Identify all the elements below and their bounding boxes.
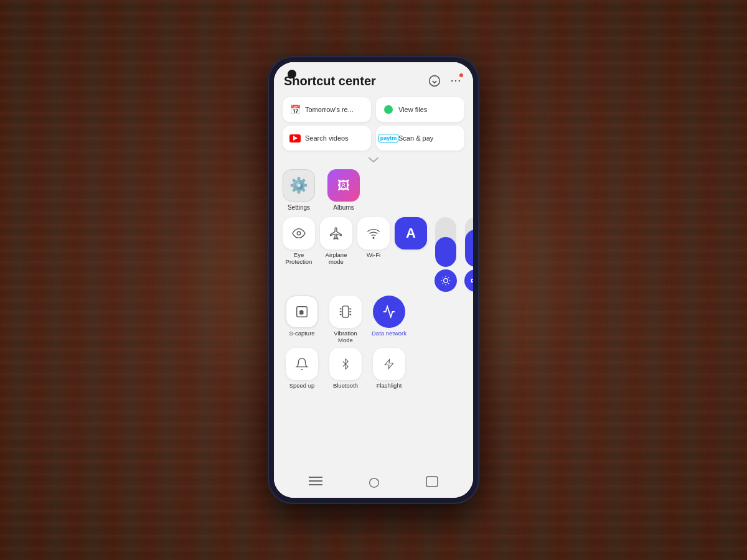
volume-slider-fill (465, 230, 473, 267)
viewfiles-icon (382, 103, 395, 116)
page-title: Shortcut center (284, 74, 376, 88)
scapture-label: S-capture (289, 330, 314, 337)
brightness-slider-fill (435, 237, 456, 267)
svg-line-13 (443, 283, 443, 284)
svg-point-5 (373, 237, 374, 238)
header-icons (427, 73, 463, 88)
shortcut-viewfiles[interactable]: View files (376, 97, 464, 122)
brightness-icon-btn[interactable] (435, 269, 457, 292)
svg-text:S: S (299, 309, 303, 315)
svg-point-1 (451, 80, 453, 82)
shortcut-searchvideos[interactable]: Search videos (283, 126, 371, 151)
speedup-btn[interactable] (286, 348, 318, 380)
brightness-slider[interactable] (435, 217, 456, 267)
scapture-btn[interactable]: S (286, 296, 318, 328)
toggle-speedup[interactable]: Speed up (283, 348, 321, 389)
punch-hole-camera (288, 70, 296, 78)
toggle-wifi[interactable]: Wi-Fi (357, 217, 390, 258)
svg-point-0 (430, 76, 440, 86)
menu-nav-icon[interactable] (309, 476, 322, 492)
notification-dot (459, 73, 463, 77)
phone-screen: Shortcut center (274, 62, 473, 498)
shortcut-scanpay[interactable]: paytm Scan & pay (376, 126, 464, 151)
svg-rect-18 (342, 306, 348, 317)
speedup-label: Speed up (289, 382, 315, 389)
shortcut-scanpay-label: Scan & pay (398, 134, 433, 142)
eye-protection-btn[interactable] (283, 217, 315, 250)
toggle-airplane[interactable]: Airplanemode (320, 217, 352, 266)
flashlight-btn[interactable] (373, 348, 405, 380)
back-nav-icon[interactable] (426, 476, 438, 492)
phone-container: Shortcut center (268, 56, 479, 504)
svg-point-4 (297, 231, 301, 235)
collapse-icon[interactable] (427, 73, 442, 88)
youtube-icon (289, 132, 301, 144)
shortcut-searchvideos-label: Search videos (305, 134, 349, 142)
datanetwork-btn[interactable] (373, 296, 405, 328)
header: Shortcut center (274, 62, 473, 93)
home-nav-icon[interactable] (367, 476, 381, 492)
toggle-eye-protection[interactable]: EyeProtection (283, 217, 315, 266)
svg-line-14 (448, 278, 449, 278)
toggle-account[interactable]: A (395, 217, 427, 251)
svg-line-10 (448, 283, 449, 284)
calendar-icon: 📅 (289, 103, 301, 116)
vibration-label: VibrationMode (334, 330, 357, 344)
vibration-btn[interactable] (329, 296, 362, 328)
airplane-label: Airplanemode (326, 251, 347, 266)
expand-chevron[interactable] (274, 154, 473, 166)
bluetooth-btn[interactable] (329, 348, 362, 380)
volume-slider[interactable] (465, 217, 473, 267)
settings-icon: ⚙️ (283, 169, 315, 202)
shortcuts-row-1: 📅 Tomorrow's re... View files (283, 97, 464, 122)
bottom-navigation (274, 470, 473, 498)
screen-content: Shortcut center (274, 62, 473, 498)
volume-icon-btn[interactable] (464, 269, 473, 292)
shortcut-tomorrows-label: Tomorrow's re... (305, 106, 354, 113)
wifi-btn[interactable] (357, 217, 390, 250)
app-settings-label: Settings (288, 204, 310, 211)
apps-section: ⚙️ Settings 🖼 Albums (274, 166, 473, 215)
more-options-icon[interactable] (448, 73, 463, 88)
bluetooth-label: Bluetooth (333, 382, 358, 389)
shortcuts-row-2: Search videos paytm Scan & pay (283, 126, 464, 151)
toggle-row-2: S S-capture (283, 296, 464, 344)
svg-marker-25 (385, 359, 393, 368)
app-settings[interactable]: ⚙️ Settings (283, 169, 315, 211)
toggle-datanetwork[interactable]: Data network (370, 296, 408, 337)
shortcut-tomorrows[interactable]: 📅 Tomorrow's re... (283, 97, 371, 122)
svg-point-2 (455, 80, 457, 82)
svg-marker-15 (471, 278, 473, 283)
svg-point-3 (459, 80, 461, 82)
svg-point-29 (370, 478, 379, 488)
svg-rect-30 (426, 477, 438, 487)
paytm-icon: paytm (382, 132, 395, 144)
svg-line-9 (443, 278, 443, 278)
flashlight-label: Flashlight (377, 382, 402, 389)
svg-point-6 (444, 279, 448, 283)
app-albums[interactable]: 🖼 Albums (327, 169, 360, 211)
app-albums-label: Albums (333, 204, 354, 211)
toggle-row-1: EyeProtection Airplanemode (283, 217, 464, 292)
datanetwork-label: Data network (372, 330, 406, 337)
toggle-scapture[interactable]: S S-capture (283, 296, 321, 337)
eye-protection-label: EyeProtection (286, 251, 312, 266)
toggles-section: EyeProtection Airplanemode (274, 215, 473, 470)
airplane-btn[interactable] (320, 217, 352, 250)
account-btn[interactable]: A (395, 217, 427, 250)
albums-icon: 🖼 (327, 169, 360, 202)
wifi-label: Wi-Fi (367, 251, 380, 258)
shortcuts-section: 📅 Tomorrow's re... View files (274, 93, 473, 154)
toggle-row-3: Speed up Bluetooth (283, 348, 464, 389)
phone-frame: Shortcut center (268, 56, 479, 504)
toggle-bluetooth[interactable]: Bluetooth (326, 348, 365, 389)
toggle-flashlight[interactable]: Flashlight (370, 348, 408, 389)
toggle-vibration[interactable]: VibrationMode (326, 296, 365, 344)
shortcut-viewfiles-label: View files (398, 106, 427, 113)
